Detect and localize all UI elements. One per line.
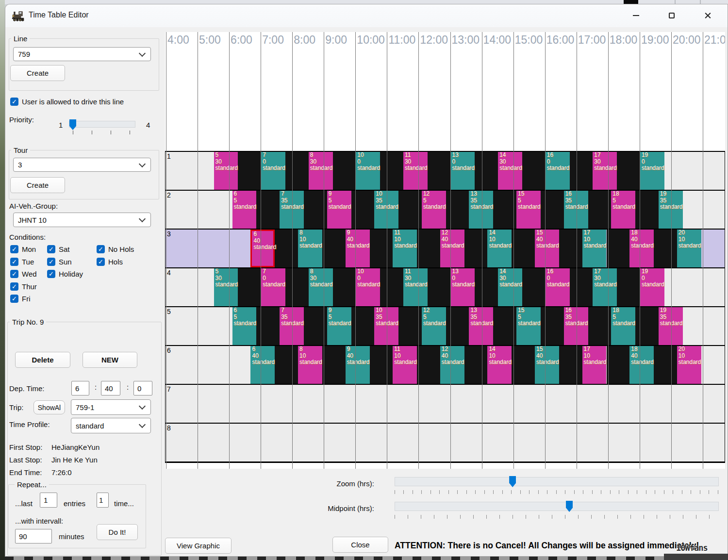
- dep-second-field[interactable]: [133, 381, 152, 395]
- trip-block[interactable]: 155standard: [516, 307, 541, 345]
- line-select[interactable]: 759: [13, 47, 151, 61]
- create-tour-button[interactable]: Create: [10, 177, 65, 193]
- trip-block[interactable]: 160standard: [546, 268, 570, 306]
- repeat-times-field[interactable]: [97, 493, 109, 508]
- tour-row-6[interactable]: 640standard810standard940standard1110sta…: [165, 346, 725, 385]
- condition-checkbox-no-hols[interactable]: ✓No Hols: [97, 245, 150, 253]
- trip-block[interactable]: 1410standard: [487, 346, 512, 384]
- trip-block[interactable]: 125standard: [422, 307, 446, 345]
- condition-checkbox-sun[interactable]: ✓Sun: [47, 258, 97, 266]
- trip-block[interactable]: 2010standard: [677, 230, 701, 267]
- condition-checkbox-wed[interactable]: ✓Wed: [10, 270, 47, 278]
- trip-block[interactable]: 130standard: [451, 152, 475, 190]
- zoom-slider-track[interactable]: [395, 477, 719, 486]
- trip-block[interactable]: 1430standard: [498, 152, 522, 190]
- close-button[interactable]: Close: [332, 537, 388, 553]
- trip-block[interactable]: 65standard: [232, 191, 257, 229]
- tour-row-3[interactable]: 640standard810standard940standard1110sta…: [165, 230, 725, 268]
- trip-block[interactable]: 1635standard: [564, 191, 588, 229]
- condition-checkbox-holiday[interactable]: ✓Holiday: [47, 270, 97, 278]
- trip-block[interactable]: 1840standard: [629, 230, 654, 267]
- trip-block[interactable]: 1730standard: [593, 152, 617, 190]
- condition-checkbox-hols[interactable]: ✓Hols: [97, 258, 150, 266]
- trip-block[interactable]: 735standard: [280, 307, 304, 345]
- trip-block[interactable]: 940standard: [346, 346, 370, 384]
- trip-block[interactable]: 1110standard: [393, 346, 417, 384]
- ai-veh-group-select[interactable]: JHNT 10: [13, 213, 151, 227]
- trip-block[interactable]: 1840standard: [629, 346, 654, 384]
- close-window-button[interactable]: [696, 8, 719, 23]
- show-all-button[interactable]: ShowAl: [33, 400, 65, 414]
- minimize-button[interactable]: [625, 8, 647, 23]
- trip-block[interactable]: 530standard: [214, 152, 238, 190]
- trip-block[interactable]: 1430standard: [498, 268, 522, 306]
- trip-block[interactable]: 95standard: [327, 307, 351, 345]
- new-trip-button[interactable]: NEW: [83, 352, 137, 368]
- trip-block[interactable]: 190standard: [640, 268, 664, 306]
- trip-block[interactable]: 185standard: [611, 307, 635, 345]
- trip-block[interactable]: 1110standard: [393, 230, 417, 267]
- trip-block[interactable]: 1410standard: [487, 230, 512, 267]
- do-it-button[interactable]: Do It!: [97, 524, 138, 540]
- title-bar[interactable]: Time Table Editor: [5, 4, 728, 27]
- tour-row-2[interactable]: 65standard735standard95standard1035stand…: [165, 191, 725, 230]
- tour-row-5[interactable]: 65standard735standard95standard1035stand…: [165, 307, 725, 346]
- tour-row-4[interactable]: 530standard70standard830standard100stand…: [165, 268, 725, 307]
- repeat-entries-field[interactable]: [40, 493, 57, 508]
- priority-slider-thumb[interactable]: [69, 119, 76, 130]
- trip-block[interactable]: 1035standard: [374, 191, 398, 229]
- trip-block[interactable]: 1935standard: [659, 191, 683, 229]
- create-line-button[interactable]: Create: [10, 65, 65, 81]
- time-profile-select[interactable]: standard: [71, 418, 151, 433]
- condition-checkbox-tue[interactable]: ✓Tue: [10, 258, 47, 266]
- trip-block[interactable]: 100standard: [356, 268, 380, 306]
- tour-row-8[interactable]: 8: [165, 424, 725, 462]
- trip-block[interactable]: 1935standard: [659, 307, 683, 345]
- trip-block[interactable]: 830standard: [309, 268, 333, 306]
- trip-select[interactable]: 759-1: [71, 399, 151, 415]
- trip-block[interactable]: 1635standard: [564, 307, 588, 345]
- dep-hour-field[interactable]: [71, 381, 89, 395]
- trip-block[interactable]: 1710standard: [582, 346, 607, 384]
- trip-block[interactable]: 640standard: [250, 346, 275, 384]
- trip-block[interactable]: 1710standard: [582, 230, 607, 267]
- trip-block-selected[interactable]: 640standard: [250, 230, 275, 267]
- user-allowed-checkbox[interactable]: ✓: [10, 98, 18, 106]
- trip-block[interactable]: 940standard: [346, 230, 370, 267]
- trip-block[interactable]: 2010standard: [677, 346, 701, 384]
- trip-block[interactable]: 1240standard: [440, 346, 464, 384]
- trip-block[interactable]: 810standard: [298, 230, 322, 267]
- dep-minute-field[interactable]: [101, 381, 120, 395]
- trip-block[interactable]: 1335standard: [469, 191, 493, 229]
- trip-block[interactable]: 1130standard: [403, 152, 428, 190]
- trip-block[interactable]: 70standard: [261, 268, 285, 306]
- trip-block[interactable]: 130standard: [451, 268, 475, 306]
- trip-block[interactable]: 810standard: [298, 346, 322, 384]
- trip-block[interactable]: 160standard: [546, 152, 570, 190]
- trip-block[interactable]: 1540standard: [535, 346, 559, 384]
- trip-block[interactable]: 190standard: [640, 152, 664, 190]
- condition-checkbox-mon[interactable]: ✓Mon: [10, 245, 47, 253]
- trip-block[interactable]: 1730standard: [593, 268, 617, 306]
- priority-slider-track[interactable]: [69, 121, 135, 128]
- tour-row-7[interactable]: 7: [165, 385, 725, 424]
- trip-block[interactable]: 70standard: [261, 152, 285, 190]
- trip-block[interactable]: 125standard: [422, 191, 446, 229]
- trip-block[interactable]: 530standard: [214, 268, 238, 306]
- condition-checkbox-sat[interactable]: ✓Sat: [47, 245, 97, 253]
- midpoint-slider-track[interactable]: [395, 502, 719, 511]
- condition-checkbox-fri[interactable]: ✓Fri: [10, 295, 47, 303]
- trip-block[interactable]: 100standard: [356, 152, 380, 190]
- view-graphic-button[interactable]: View Graphic: [165, 538, 232, 554]
- delete-trip-button[interactable]: Delete: [15, 352, 70, 368]
- condition-checkbox-thur[interactable]: ✓Thur: [10, 282, 47, 291]
- tour-select[interactable]: 3: [13, 158, 151, 172]
- trip-block[interactable]: 1540standard: [535, 230, 559, 267]
- trip-block[interactable]: 735standard: [280, 191, 304, 229]
- trip-block[interactable]: 1130standard: [403, 268, 428, 306]
- trip-block[interactable]: 185standard: [611, 191, 635, 229]
- trip-block[interactable]: 95standard: [327, 191, 351, 229]
- trip-block[interactable]: 1240standard: [440, 230, 464, 267]
- tour-row-1[interactable]: 530standard70standard830standard100stand…: [165, 152, 725, 191]
- trip-block[interactable]: 65standard: [232, 307, 257, 345]
